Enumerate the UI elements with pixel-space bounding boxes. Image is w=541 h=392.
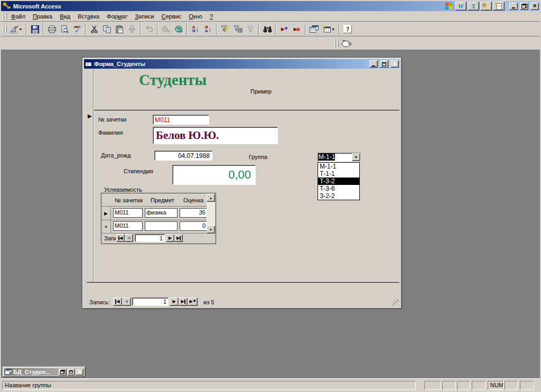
new-object-dropdown-arrow[interactable]: ▼ <box>331 27 335 31</box>
group-option[interactable]: З-2-2 <box>318 192 359 200</box>
birthdate-field[interactable]: 04.07.1988 <box>154 151 212 161</box>
menu-view[interactable]: Вид <box>56 12 74 21</box>
help-button[interactable]: ? <box>341 23 354 35</box>
print-preview-button[interactable] <box>58 23 71 35</box>
subform-cell-subject-new[interactable] <box>145 221 178 231</box>
copy-button[interactable] <box>100 23 113 35</box>
stipend-field[interactable]: 0,00 <box>172 165 256 185</box>
menu-format[interactable]: Формат <box>103 12 131 21</box>
form-next-record-button[interactable]: ▶ <box>170 297 179 306</box>
undo-button[interactable] <box>143 23 155 35</box>
group-combobox[interactable]: М-1-1 ▼ <box>318 153 361 162</box>
subform-row-selector-new[interactable]: * <box>101 220 111 234</box>
new-object-button[interactable]: ▼ <box>320 23 337 35</box>
access-shortcut-button[interactable] <box>480 2 492 11</box>
label-num: № зачетки <box>98 116 126 123</box>
print-button[interactable] <box>45 23 58 35</box>
group-option[interactable]: М-1-1 <box>318 163 359 170</box>
view-dropdown-arrow[interactable]: ▼ <box>19 27 23 31</box>
label-progress: Успеваемость <box>104 186 142 193</box>
custom-toolbar <box>334 38 354 49</box>
record-selector-strip[interactable] <box>87 69 94 283</box>
minimized-window-titlebar[interactable]: БД_Студен... × <box>4 368 84 376</box>
form-titlebar[interactable]: Форма_Студенты × <box>84 59 400 69</box>
subform-scroll-down-button[interactable]: ▼ <box>207 226 215 234</box>
delete-record-button[interactable]: ▶× <box>291 23 303 35</box>
form-minimize-button[interactable] <box>369 60 378 68</box>
insert-hyperlink-button[interactable] <box>160 23 172 35</box>
subform-cell-num-new[interactable]: М011 <box>113 221 143 231</box>
format-painter-button[interactable] <box>126 23 138 35</box>
spelling-button[interactable]: ABC✓ <box>71 23 83 35</box>
form-new-record-button[interactable]: ▶* <box>188 297 198 306</box>
surname-field[interactable]: Белов Ю.Ю. <box>153 127 278 144</box>
app-restore-button[interactable] <box>520 3 528 10</box>
menu-insert[interactable]: Вставка <box>74 12 103 21</box>
form-first-record-button[interactable]: ◀ <box>113 297 122 306</box>
sort-ascending-button[interactable]: АЯ↓ <box>189 23 202 35</box>
subform-cell-grade-new[interactable]: 0 <box>180 221 207 231</box>
subform-prev-record-button[interactable]: ◀ <box>125 234 133 242</box>
menubar-grip2[interactable] <box>5 13 7 20</box>
access-key-app-icon <box>2 2 11 11</box>
subform-scroll-up-button[interactable]: ▲ <box>207 194 215 202</box>
pig-button[interactable] <box>339 38 354 49</box>
menu-file[interactable]: Файл <box>7 12 29 21</box>
toolbar-grip2[interactable] <box>5 25 7 33</box>
app-minimize-button[interactable] <box>509 3 518 10</box>
web-toolbar-button[interactable] <box>172 23 185 35</box>
group-option-highlighted[interactable]: Т-3-2 <box>318 178 359 185</box>
filter-by-form-button[interactable] <box>231 23 244 35</box>
minimized-database-window: БД_Студен... × <box>3 367 86 377</box>
subform-cell-grade[interactable]: 35 <box>180 208 207 218</box>
filter-by-selection-button[interactable] <box>219 23 231 35</box>
toolbar-grip[interactable] <box>3 25 4 33</box>
menu-edit[interactable]: Правка <box>29 12 56 21</box>
menu-window[interactable]: Окно <box>185 12 206 21</box>
form-last-record-button[interactable]: ▶ <box>179 297 188 306</box>
subform-cell-num[interactable]: М011 <box>113 208 143 218</box>
form-prev-record-button[interactable]: ◀ <box>122 297 131 306</box>
group-option[interactable]: Т-3-6 <box>318 185 359 192</box>
cut-button[interactable] <box>88 23 100 35</box>
subform-cell-subject[interactable]: физика <box>145 208 178 218</box>
subform-record-number-box[interactable]: 1 <box>135 234 165 242</box>
num-field[interactable]: М011 <box>153 115 209 125</box>
new-office-document-button[interactable] <box>493 2 505 11</box>
excel-shortcut-button[interactable]: X <box>468 2 479 11</box>
subform-next-record-button[interactable]: ▶ <box>166 234 174 242</box>
group-combobox-dropdown-button[interactable]: ▼ <box>352 153 360 161</box>
menu-tools[interactable]: Сервис <box>158 12 185 21</box>
menu-help[interactable]: ? <box>206 12 217 21</box>
office-logo-icon <box>445 3 452 10</box>
app-titlebar[interactable]: Microsoft Access W X × <box>1 1 540 11</box>
form-close-button[interactable]: × <box>390 60 399 68</box>
database-window-button[interactable] <box>307 23 320 35</box>
minimized-restore-button[interactable] <box>59 369 67 376</box>
find-button[interactable] <box>261 23 274 35</box>
arrow-down-icon: ▼ <box>209 228 212 231</box>
sort-descending-button[interactable]: ЯА↓ <box>202 23 214 35</box>
save-button[interactable] <box>29 23 41 35</box>
form-maximize-button[interactable] <box>380 60 388 68</box>
group-option[interactable]: Т-1-1 <box>318 170 359 178</box>
app-title: Microsoft Access <box>13 3 61 10</box>
menubar-grip[interactable] <box>3 13 4 20</box>
subform-last-record-button[interactable]: ▶ <box>174 234 183 242</box>
new-record-button[interactable]: ▶* <box>278 23 291 35</box>
subform-row-selector-current[interactable]: ▶ <box>101 207 111 220</box>
custom-toolbar-grip[interactable] <box>334 40 336 47</box>
view-button[interactable]: ▼ <box>7 23 24 35</box>
word-shortcut-button[interactable]: W <box>455 2 467 11</box>
form-record-number-box[interactable]: 1 <box>132 297 169 306</box>
app-close-button[interactable]: × <box>530 3 539 10</box>
subform-scrollbar[interactable]: ▲ ▼ <box>207 194 215 234</box>
minimized-maximize-button[interactable] <box>67 369 75 376</box>
paste-button[interactable] <box>113 23 126 35</box>
form-resize-grip[interactable] <box>393 300 399 306</box>
subform-first-record-button[interactable]: ◀ <box>116 234 125 242</box>
custom-toolbar-grip2[interactable] <box>337 40 339 47</box>
apply-filter-button[interactable] <box>244 23 257 35</box>
minimized-close-button[interactable]: × <box>76 369 83 376</box>
menu-records[interactable]: Записи <box>131 12 158 21</box>
